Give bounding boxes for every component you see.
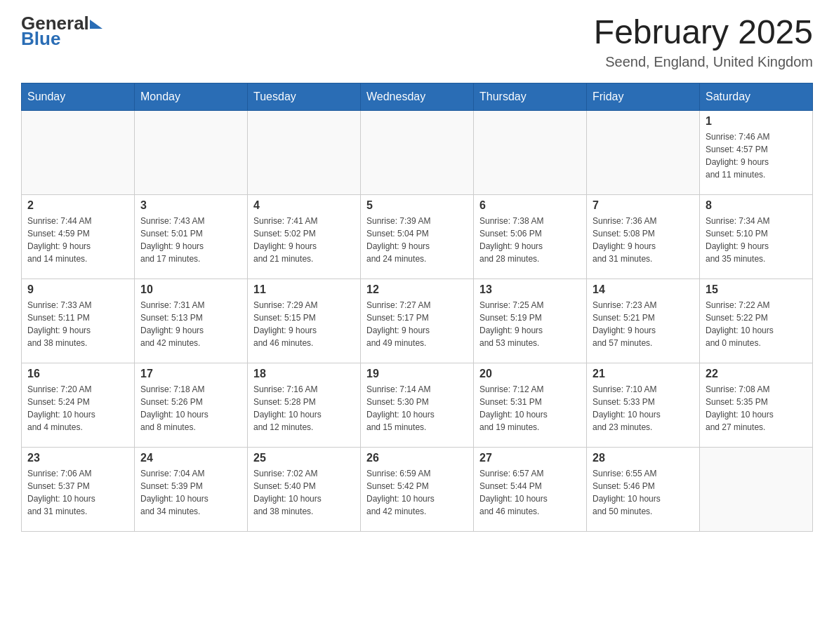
- day-info: Sunrise: 7:39 AM Sunset: 5:04 PM Dayligh…: [366, 215, 468, 265]
- calendar-day-cell: 26Sunrise: 6:59 AM Sunset: 5:42 PM Dayli…: [361, 447, 474, 531]
- day-number: 27: [479, 452, 581, 464]
- day-number: 1: [706, 115, 807, 128]
- day-info: Sunrise: 6:55 AM Sunset: 5:46 PM Dayligh…: [593, 467, 694, 518]
- day-number: 22: [706, 368, 807, 380]
- day-number: 16: [27, 368, 128, 380]
- calendar-day-cell: 10Sunrise: 7:31 AM Sunset: 5:13 PM Dayli…: [135, 279, 248, 363]
- day-info: Sunrise: 7:46 AM Sunset: 4:57 PM Dayligh…: [706, 130, 807, 181]
- day-info: Sunrise: 7:02 AM Sunset: 5:40 PM Dayligh…: [253, 467, 355, 518]
- day-info: Sunrise: 7:10 AM Sunset: 5:33 PM Dayligh…: [593, 383, 694, 434]
- day-number: 3: [140, 199, 241, 212]
- calendar-week-row: 9Sunrise: 7:33 AM Sunset: 5:11 PM Daylig…: [22, 279, 813, 363]
- calendar-day-cell: 25Sunrise: 7:02 AM Sunset: 5:40 PM Dayli…: [248, 447, 361, 531]
- day-number: 9: [27, 283, 128, 296]
- calendar-day-cell: 20Sunrise: 7:12 AM Sunset: 5:31 PM Dayli…: [474, 363, 587, 447]
- calendar-day-cell: [587, 110, 700, 194]
- day-info: Sunrise: 7:20 AM Sunset: 5:24 PM Dayligh…: [27, 383, 128, 434]
- day-number: 12: [366, 283, 468, 296]
- page-header: General Blue February 2025 Seend, Englan…: [21, 14, 813, 70]
- day-of-week-header: Saturday: [700, 83, 813, 110]
- day-number: 24: [140, 452, 241, 464]
- day-number: 18: [253, 368, 355, 380]
- day-info: Sunrise: 7:08 AM Sunset: 5:35 PM Dayligh…: [706, 383, 807, 434]
- calendar-day-cell: 2Sunrise: 7:44 AM Sunset: 4:59 PM Daylig…: [22, 194, 135, 279]
- calendar-table: SundayMondayTuesdayWednesdayThursdayFrid…: [21, 83, 813, 532]
- day-info: Sunrise: 7:22 AM Sunset: 5:22 PM Dayligh…: [706, 299, 807, 349]
- calendar-day-cell: 15Sunrise: 7:22 AM Sunset: 5:22 PM Dayli…: [700, 279, 813, 363]
- calendar-day-cell: 18Sunrise: 7:16 AM Sunset: 5:28 PM Dayli…: [248, 363, 361, 447]
- calendar-day-cell: 22Sunrise: 7:08 AM Sunset: 5:35 PM Dayli…: [700, 363, 813, 447]
- calendar-day-cell: 24Sunrise: 7:04 AM Sunset: 5:39 PM Dayli…: [135, 447, 248, 531]
- day-of-week-header: Sunday: [22, 83, 135, 110]
- day-number: 19: [366, 368, 468, 380]
- calendar-header-row: SundayMondayTuesdayWednesdayThursdayFrid…: [22, 83, 813, 110]
- day-number: 25: [253, 452, 355, 464]
- day-info: Sunrise: 7:31 AM Sunset: 5:13 PM Dayligh…: [140, 299, 241, 349]
- calendar-day-cell: 11Sunrise: 7:29 AM Sunset: 5:15 PM Dayli…: [248, 279, 361, 363]
- calendar-day-cell: 8Sunrise: 7:34 AM Sunset: 5:10 PM Daylig…: [700, 194, 813, 279]
- calendar-day-cell: 14Sunrise: 7:23 AM Sunset: 5:21 PM Dayli…: [587, 279, 700, 363]
- day-info: Sunrise: 7:41 AM Sunset: 5:02 PM Dayligh…: [253, 215, 355, 265]
- logo: General Blue: [21, 14, 102, 48]
- day-of-week-header: Tuesday: [248, 83, 361, 110]
- day-info: Sunrise: 7:34 AM Sunset: 5:10 PM Dayligh…: [706, 215, 807, 265]
- calendar-day-cell: 19Sunrise: 7:14 AM Sunset: 5:30 PM Dayli…: [361, 363, 474, 447]
- day-number: 5: [366, 199, 468, 212]
- day-number: 17: [140, 368, 241, 380]
- calendar-day-cell: 27Sunrise: 6:57 AM Sunset: 5:44 PM Dayli…: [474, 447, 587, 531]
- day-info: Sunrise: 6:57 AM Sunset: 5:44 PM Dayligh…: [479, 467, 581, 518]
- calendar-day-cell: 3Sunrise: 7:43 AM Sunset: 5:01 PM Daylig…: [135, 194, 248, 279]
- day-info: Sunrise: 7:12 AM Sunset: 5:31 PM Dayligh…: [479, 383, 581, 434]
- day-number: 28: [593, 452, 694, 464]
- calendar-title: February 2025: [594, 14, 813, 51]
- calendar-day-cell: [700, 447, 813, 531]
- calendar-day-cell: 12Sunrise: 7:27 AM Sunset: 5:17 PM Dayli…: [361, 279, 474, 363]
- day-info: Sunrise: 7:36 AM Sunset: 5:08 PM Dayligh…: [593, 215, 694, 265]
- day-number: 21: [593, 368, 694, 380]
- calendar-day-cell: 4Sunrise: 7:41 AM Sunset: 5:02 PM Daylig…: [248, 194, 361, 279]
- day-number: 8: [706, 199, 807, 212]
- day-info: Sunrise: 7:29 AM Sunset: 5:15 PM Dayligh…: [253, 299, 355, 349]
- calendar-day-cell: 5Sunrise: 7:39 AM Sunset: 5:04 PM Daylig…: [361, 194, 474, 279]
- day-of-week-header: Friday: [587, 83, 700, 110]
- day-info: Sunrise: 7:38 AM Sunset: 5:06 PM Dayligh…: [479, 215, 581, 265]
- calendar-day-cell: 6Sunrise: 7:38 AM Sunset: 5:06 PM Daylig…: [474, 194, 587, 279]
- day-number: 23: [27, 452, 128, 464]
- calendar-week-row: 16Sunrise: 7:20 AM Sunset: 5:24 PM Dayli…: [22, 363, 813, 447]
- day-number: 10: [140, 283, 241, 296]
- logo-blue-text: Blue: [21, 29, 60, 48]
- day-of-week-header: Wednesday: [361, 83, 474, 110]
- day-info: Sunrise: 7:23 AM Sunset: 5:21 PM Dayligh…: [593, 299, 694, 349]
- calendar-day-cell: [361, 110, 474, 194]
- day-info: Sunrise: 7:33 AM Sunset: 5:11 PM Dayligh…: [27, 299, 128, 349]
- day-number: 13: [479, 283, 581, 296]
- title-section: February 2025 Seend, England, United Kin…: [594, 14, 813, 70]
- day-info: Sunrise: 7:44 AM Sunset: 4:59 PM Dayligh…: [27, 215, 128, 265]
- calendar-day-cell: [474, 110, 587, 194]
- calendar-day-cell: 23Sunrise: 7:06 AM Sunset: 5:37 PM Dayli…: [22, 447, 135, 531]
- day-info: Sunrise: 7:27 AM Sunset: 5:17 PM Dayligh…: [366, 299, 468, 349]
- day-of-week-header: Thursday: [474, 83, 587, 110]
- logo-arrow-icon: [90, 20, 102, 29]
- day-info: Sunrise: 7:25 AM Sunset: 5:19 PM Dayligh…: [479, 299, 581, 349]
- day-info: Sunrise: 7:06 AM Sunset: 5:37 PM Dayligh…: [27, 467, 128, 518]
- calendar-week-row: 23Sunrise: 7:06 AM Sunset: 5:37 PM Dayli…: [22, 447, 813, 531]
- calendar-day-cell: [248, 110, 361, 194]
- day-number: 2: [27, 199, 128, 212]
- day-info: Sunrise: 7:04 AM Sunset: 5:39 PM Dayligh…: [140, 467, 241, 518]
- calendar-day-cell: 28Sunrise: 6:55 AM Sunset: 5:46 PM Dayli…: [587, 447, 700, 531]
- day-of-week-header: Monday: [135, 83, 248, 110]
- day-number: 26: [366, 452, 468, 464]
- day-number: 20: [479, 368, 581, 380]
- calendar-subtitle: Seend, England, United Kingdom: [594, 54, 813, 70]
- calendar-day-cell: 21Sunrise: 7:10 AM Sunset: 5:33 PM Dayli…: [587, 363, 700, 447]
- calendar-day-cell: 7Sunrise: 7:36 AM Sunset: 5:08 PM Daylig…: [587, 194, 700, 279]
- calendar-day-cell: 13Sunrise: 7:25 AM Sunset: 5:19 PM Dayli…: [474, 279, 587, 363]
- calendar-day-cell: 16Sunrise: 7:20 AM Sunset: 5:24 PM Dayli…: [22, 363, 135, 447]
- day-number: 7: [593, 199, 694, 212]
- day-number: 6: [479, 199, 581, 212]
- day-info: Sunrise: 7:16 AM Sunset: 5:28 PM Dayligh…: [253, 383, 355, 434]
- calendar-day-cell: 17Sunrise: 7:18 AM Sunset: 5:26 PM Dayli…: [135, 363, 248, 447]
- day-info: Sunrise: 7:18 AM Sunset: 5:26 PM Dayligh…: [140, 383, 241, 434]
- calendar-day-cell: 9Sunrise: 7:33 AM Sunset: 5:11 PM Daylig…: [22, 279, 135, 363]
